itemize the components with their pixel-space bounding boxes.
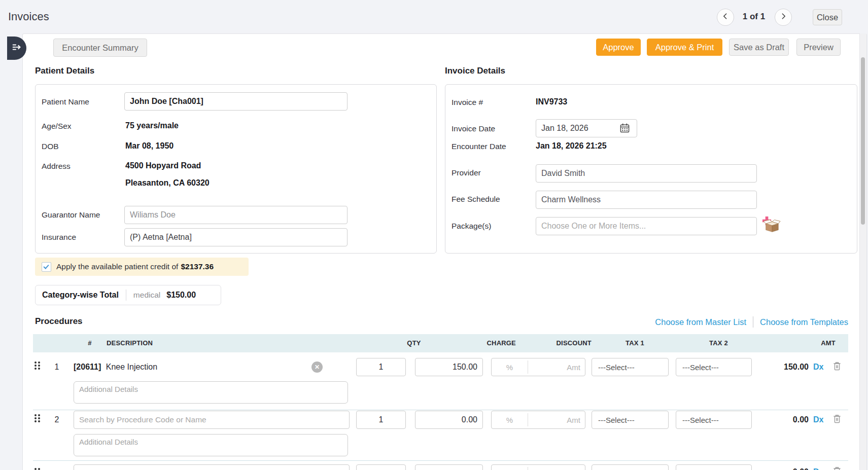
col-num: # xyxy=(84,334,96,352)
procedure-code: [20611] xyxy=(74,363,101,371)
insurance-input[interactable] xyxy=(124,228,348,246)
col-amt: AMT xyxy=(794,334,836,352)
delete-row-icon[interactable] xyxy=(832,413,842,426)
packages-label: Package(s) xyxy=(452,222,491,231)
patient-name-input[interactable] xyxy=(124,92,348,111)
charge-input[interactable] xyxy=(415,411,483,429)
invoice-details-title: Invoice Details xyxy=(445,66,505,76)
next-page-button[interactable] xyxy=(775,9,792,26)
fee-schedule-label: Fee Schedule xyxy=(452,195,500,204)
calendar-icon[interactable] xyxy=(620,123,630,135)
charge-input[interactable] xyxy=(415,358,483,376)
col-tax1: TAX 1 xyxy=(626,334,644,352)
discount-amount-input[interactable] xyxy=(528,411,585,428)
clear-procedure-icon[interactable]: ✕ xyxy=(311,361,323,373)
close-button[interactable]: Close xyxy=(813,9,842,25)
row-drag-handle[interactable] xyxy=(34,468,40,470)
discount-percent-input[interactable] xyxy=(492,411,528,428)
dx-link[interactable]: Dx xyxy=(813,415,823,424)
qty-input[interactable] xyxy=(356,411,406,429)
tax1-select[interactable]: ---Select--- xyxy=(592,411,669,429)
apply-credit-checkbox[interactable] xyxy=(42,262,51,272)
discount-percent-input[interactable] xyxy=(492,465,528,470)
invoice-number-value: INV9733 xyxy=(536,97,567,106)
page-indicator: 1 of 1 xyxy=(734,9,774,25)
row-amount: 150.00 xyxy=(761,363,809,372)
guarantor-label: Guarantor Name xyxy=(42,210,100,220)
procedure-name: Knee Injection xyxy=(106,363,157,371)
discount-amount-input[interactable] xyxy=(528,465,585,470)
save-as-draft-button[interactable]: Save as Draft xyxy=(729,39,789,56)
discount-amount-input[interactable] xyxy=(528,358,585,376)
col-qty: QTY xyxy=(389,334,439,352)
dx-link[interactable]: Dx xyxy=(813,363,823,372)
additional-details-textarea[interactable] xyxy=(74,381,348,404)
delete-row-icon[interactable] xyxy=(832,360,842,374)
tax1-select[interactable]: ---Select--- xyxy=(592,464,669,470)
row-drag-handle[interactable] xyxy=(34,414,40,422)
dob-label: DOB xyxy=(42,142,59,151)
credit-amount: $2137.36 xyxy=(181,262,214,271)
delete-row-icon[interactable] xyxy=(832,465,842,470)
age-sex-label: Age/Sex xyxy=(42,122,72,131)
address-line1: 4500 Hopyard Road xyxy=(125,161,201,170)
chevron-right-icon xyxy=(779,12,787,22)
col-discount: DISCOUNT xyxy=(524,334,592,352)
discount-group xyxy=(491,358,585,376)
preview-button[interactable]: Preview xyxy=(796,39,841,56)
row-number: 1 xyxy=(51,363,63,372)
category-total-box: Category-wise Total medical $150.00 xyxy=(35,285,221,305)
age-sex-value: 75 years/male xyxy=(125,121,179,130)
discount-group xyxy=(491,464,585,470)
qty-input[interactable] xyxy=(356,358,406,376)
procedures-title: Procedures xyxy=(35,316,83,327)
category-total-label: Category-wise Total xyxy=(42,291,119,300)
address-line2: Pleasanton, CA 60320 xyxy=(125,178,210,188)
patient-credit-banner: Apply the available patient credit of $2… xyxy=(35,258,249,276)
encounter-date-value: Jan 18, 2026 21:25 xyxy=(536,141,607,151)
insurance-label: Insurance xyxy=(42,233,76,242)
packages-input[interactable] xyxy=(536,217,757,235)
row-number: 2 xyxy=(51,415,63,424)
procedure-description: [20611] Knee Injection xyxy=(74,363,157,372)
fee-schedule-input[interactable] xyxy=(536,191,757,209)
chevron-left-icon xyxy=(721,12,730,22)
divider xyxy=(753,316,753,328)
package-icon[interactable] xyxy=(762,216,781,236)
invoice-number-label: Invoice # xyxy=(452,98,483,107)
dx-link[interactable]: Dx xyxy=(813,467,823,470)
discount-percent-input[interactable] xyxy=(492,358,528,376)
provider-input[interactable] xyxy=(536,164,757,183)
charge-input[interactable] xyxy=(415,464,483,470)
row-drag-handle[interactable] xyxy=(34,361,40,370)
choose-from-master-list-link[interactable]: Choose from Master List xyxy=(655,317,746,327)
col-charge: CHARGE xyxy=(448,334,516,352)
approve-print-button[interactable]: Approve & Print xyxy=(647,39,722,56)
category-name: medical xyxy=(133,291,160,300)
row-divider xyxy=(33,460,848,461)
choose-from-templates-link[interactable]: Choose from Templates xyxy=(760,317,848,327)
tax2-select[interactable]: ---Select--- xyxy=(676,358,752,376)
page-title: Invoices xyxy=(8,10,49,23)
tax2-select[interactable]: ---Select--- xyxy=(676,464,752,470)
scrollbar-thumb[interactable] xyxy=(861,57,865,225)
dob-value: Mar 08, 1950 xyxy=(125,141,173,151)
guarantor-input[interactable] xyxy=(124,206,348,224)
approve-button[interactable]: Approve xyxy=(596,39,641,56)
additional-details-textarea[interactable] xyxy=(74,434,348,456)
procedure-search-input[interactable] xyxy=(74,464,350,470)
provider-label: Provider xyxy=(452,168,481,177)
procedures-table-header: # DESCRIPTION QTY CHARGE DISCOUNT TAX 1 … xyxy=(33,334,848,352)
tax2-select[interactable]: ---Select--- xyxy=(676,411,752,429)
address-label: Address xyxy=(42,162,71,171)
tax1-select[interactable]: ---Select--- xyxy=(592,358,669,376)
row-divider xyxy=(33,410,848,410)
encounter-summary-button[interactable]: Encounter Summary xyxy=(53,39,147,57)
procedure-search-input[interactable] xyxy=(74,411,350,429)
qty-input[interactable] xyxy=(356,464,406,470)
discount-group xyxy=(491,411,585,429)
apply-credit-text: Apply the available patient credit of xyxy=(56,262,178,271)
prev-page-button[interactable] xyxy=(717,9,734,26)
row-amount: 0.00 xyxy=(761,467,809,470)
col-description: DESCRIPTION xyxy=(107,334,153,352)
